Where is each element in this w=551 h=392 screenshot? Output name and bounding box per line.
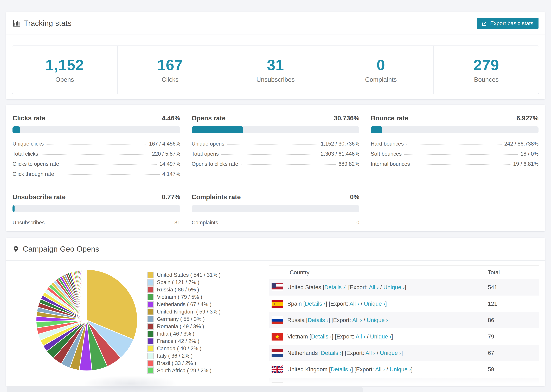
rate-detail-value: 14.497% xyxy=(159,161,180,167)
rate-detail-value: 1,152 / 30.736% xyxy=(321,141,360,147)
export-unique-link[interactable]: Unique › xyxy=(390,366,411,372)
country-cell-text: United Kingdom [Details ›] [Export: All … xyxy=(287,366,413,373)
rate-panel-clicks: Clicks rate4.46%Unique clicks167 / 4.456… xyxy=(13,115,180,181)
export-all-link[interactable]: All › xyxy=(349,301,359,307)
stat-box-clicks: 167Clicks xyxy=(118,46,223,94)
rate-detail-row: Soft bounces18 / 0% xyxy=(371,151,538,161)
rate-detail-label: Total opens xyxy=(192,151,219,157)
legend-item: Romania ( 49 / 3% ) xyxy=(147,323,269,330)
es-flag-icon xyxy=(272,300,283,308)
geo-legend: United States ( 541 / 31% )Spain ( 121 /… xyxy=(147,266,269,386)
geo-table-row: ★Vietnam [Details ›] [Export: All › / Un… xyxy=(269,328,539,345)
legend-item: Vietnam ( 79 / 5% ) xyxy=(147,293,269,301)
geo-header: Campaign Geo Opens xyxy=(6,238,545,261)
rate-detail-row: Opens to clicks rate689.82% xyxy=(192,161,360,171)
export-all-link[interactable]: All › xyxy=(356,333,365,340)
rate-progress-bar xyxy=(192,205,360,212)
tracking-stats-title: Tracking stats xyxy=(13,19,71,28)
nl-flag-icon xyxy=(272,349,283,357)
stat-value: 1,152 xyxy=(45,56,84,74)
country-cell-text: United States [Details ›] [Export: All ›… xyxy=(287,284,406,291)
rate-detail-value: 4.147% xyxy=(162,171,180,177)
export-unique-link[interactable]: Unique › xyxy=(367,317,388,323)
dotted-leader xyxy=(47,223,172,223)
geo-table-row: Germany [Details ›] [Export: All › / Uni… xyxy=(269,378,539,386)
details-link[interactable]: Details › xyxy=(311,333,332,340)
legend-swatch xyxy=(147,338,154,344)
rate-title: Complaints rate xyxy=(192,193,241,201)
dotted-leader xyxy=(62,164,156,165)
page-bottom-band xyxy=(7,387,363,392)
export-unique-link[interactable]: Unique › xyxy=(370,333,391,340)
rate-detail-label: Hard bounces xyxy=(371,141,404,147)
geo-table-header: Country Total xyxy=(269,266,539,279)
legend-label: Germany ( 55 / 3% ) xyxy=(157,316,205,322)
legend-swatch xyxy=(147,279,154,286)
details-link[interactable]: Details › xyxy=(308,317,328,323)
legend-swatch xyxy=(147,360,154,366)
stat-label: Opens xyxy=(55,76,74,83)
rate-panel-bounce: Bounce rate6.927%Hard bounces242 / 86.73… xyxy=(371,115,538,181)
export-all-link[interactable]: All › xyxy=(375,366,385,372)
rate-progress-fill xyxy=(13,205,14,212)
legend-item: Russia ( 86 / 5% ) xyxy=(147,286,269,293)
legend-swatch xyxy=(147,323,154,330)
rate-detail-value: 31 xyxy=(174,220,180,226)
details-link[interactable]: Details › xyxy=(314,383,334,386)
stat-value: 0 xyxy=(377,56,385,74)
export-all-link[interactable]: All › xyxy=(369,284,379,290)
legend-label: Spain ( 121 / 7% ) xyxy=(157,279,199,286)
export-unique-link[interactable]: Unique › xyxy=(373,383,394,386)
rate-title: Bounce rate xyxy=(371,115,408,122)
rates-grid: Clicks rate4.46%Unique clicks167 / 4.456… xyxy=(13,115,538,230)
stat-box-unsubscribes: 31Unsubscribes xyxy=(223,46,328,94)
details-link[interactable]: Details › xyxy=(331,366,351,372)
dotted-leader xyxy=(404,154,518,155)
legend-label: Russia ( 86 / 5% ) xyxy=(157,287,199,293)
export-all-link[interactable]: All › xyxy=(366,350,375,356)
export-all-link[interactable]: All › xyxy=(358,383,368,386)
dotted-leader xyxy=(413,164,510,165)
export-unique-link[interactable]: Unique › xyxy=(383,284,405,290)
row-total: 79 xyxy=(488,333,539,340)
rate-progress-bar xyxy=(371,126,538,133)
country-cell-text: Vietnam [Details ›] [Export: All › / Uni… xyxy=(287,333,393,340)
page-title: Tracking stats xyxy=(24,19,71,28)
legend-item: United States ( 541 / 31% ) xyxy=(147,271,269,279)
details-link[interactable]: Details › xyxy=(324,284,345,290)
stat-label: Bounces xyxy=(474,76,499,83)
details-link[interactable]: Details › xyxy=(321,350,342,356)
geo-table-row: United States [Details ›] [Export: All ›… xyxy=(269,279,539,295)
legend-swatch xyxy=(147,301,154,308)
country-cell-text: Netherlands [Details ›] [Export: All › /… xyxy=(287,350,403,356)
rate-detail-row: Hard bounces242 / 86.738% xyxy=(371,141,538,151)
export-basic-stats-button[interactable]: Export basic stats xyxy=(477,18,538,29)
rate-title: Clicks rate xyxy=(13,115,45,122)
rate-detail-row: Total opens2,303 / 61.446% xyxy=(192,151,360,161)
legend-label: South Africa ( 29 / 2% ) xyxy=(157,368,212,374)
bar-chart-icon xyxy=(13,19,20,27)
legend-label: Romania ( 49 / 3% ) xyxy=(157,323,204,329)
rate-detail-label: Clicks to opens rate xyxy=(13,161,59,167)
stat-value: 31 xyxy=(267,56,284,74)
legend-item: Italy ( 36 / 2% ) xyxy=(147,352,269,359)
legend-item: France ( 42 / 2% ) xyxy=(147,337,269,345)
legend-swatch xyxy=(147,308,154,315)
rate-value: 0.77% xyxy=(162,193,180,201)
ru-flag-icon xyxy=(272,316,283,324)
section-title: Campaign Geo Opens xyxy=(23,245,99,253)
dotted-leader xyxy=(47,144,146,145)
country-cell-text: Spain [Details ›] [Export: All › / Uniqu… xyxy=(287,301,387,307)
legend-label: United States ( 541 / 31% ) xyxy=(157,272,221,278)
tracking-stats-header: Tracking stats Export basic stats xyxy=(6,12,545,35)
export-all-link[interactable]: All › xyxy=(352,317,362,323)
export-unique-link[interactable]: Unique › xyxy=(364,301,385,307)
rate-progress-fill xyxy=(192,126,243,133)
details-link[interactable]: Details › xyxy=(305,301,326,307)
export-unique-link[interactable]: Unique › xyxy=(380,350,401,356)
legend-item: South Africa ( 29 / 2% ) xyxy=(147,367,269,374)
rate-value: 4.46% xyxy=(162,115,180,122)
vn-flag-icon: ★ xyxy=(272,333,283,341)
rate-title: Opens rate xyxy=(192,115,226,122)
rate-detail-label: Internal bounces xyxy=(371,161,410,167)
